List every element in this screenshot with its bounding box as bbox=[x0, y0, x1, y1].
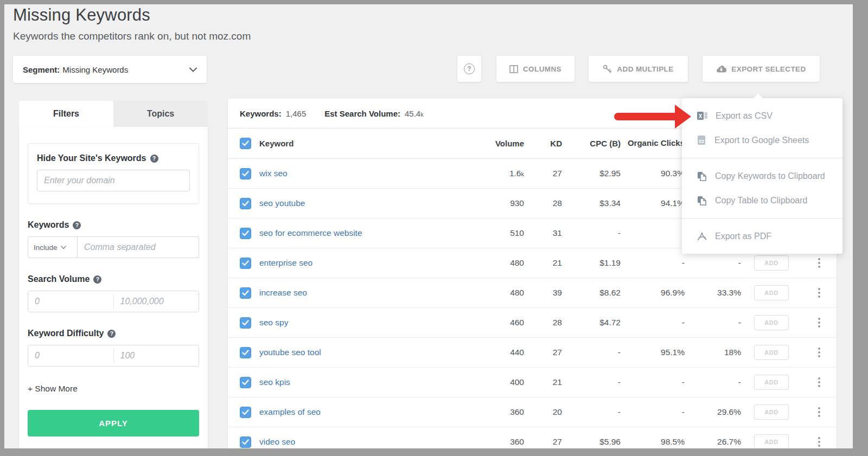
keyword-link[interactable]: wix seo bbox=[259, 169, 288, 178]
organic-clicks-cell: 98.5% bbox=[621, 436, 685, 448]
organic-clicks-cell: 90.3% bbox=[621, 168, 685, 179]
menu-item-export-pdf[interactable]: Export as PDF bbox=[682, 224, 843, 248]
table-row: seo kpis 400 21 - - - ADD bbox=[228, 368, 837, 397]
kebab-menu-icon[interactable] bbox=[816, 256, 822, 270]
keyword-link[interactable]: seo for ecommerce website bbox=[259, 228, 362, 237]
tab-filters[interactable]: Filters bbox=[19, 101, 113, 127]
row-checkbox[interactable] bbox=[240, 287, 251, 299]
keywords-count-label: Keywords: bbox=[240, 109, 282, 118]
kebab-menu-icon[interactable] bbox=[816, 286, 822, 300]
help-icon[interactable]: ? bbox=[93, 275, 101, 284]
keyword-link[interactable]: increase seo bbox=[259, 288, 307, 297]
keyword-link[interactable]: youtube seo tool bbox=[259, 348, 321, 357]
organic-clicks-cell: 96.9% bbox=[621, 287, 685, 299]
kd-min-input[interactable] bbox=[28, 345, 113, 366]
columns-button-label: COLUMNS bbox=[523, 65, 561, 73]
columns-button[interactable]: COLUMNS bbox=[496, 56, 575, 82]
hide-site-card: Hide Your Site's Keywords ? bbox=[28, 143, 199, 204]
help-icon[interactable]: ? bbox=[107, 330, 116, 338]
copy-icon bbox=[697, 196, 707, 205]
keyword-link[interactable]: seo spy bbox=[259, 318, 288, 327]
add-button[interactable]: ADD bbox=[754, 255, 789, 271]
keyword-link[interactable]: examples of seo bbox=[259, 407, 321, 416]
kebab-menu-icon[interactable] bbox=[816, 405, 822, 419]
volume-cell: 360 bbox=[475, 437, 524, 447]
segment-select[interactable]: Segment: Missing Keywords bbox=[13, 56, 207, 83]
add-button[interactable]: ADD bbox=[754, 285, 789, 300]
row-checkbox[interactable] bbox=[240, 317, 251, 329]
cpc-cell: $2.95 bbox=[562, 169, 621, 178]
row-checkbox[interactable] bbox=[240, 168, 251, 179]
organic-clicks-cell: - bbox=[621, 258, 685, 269]
domain-input[interactable] bbox=[37, 170, 190, 191]
select-all-checkbox[interactable] bbox=[240, 138, 251, 149]
tab-topics[interactable]: Topics bbox=[113, 101, 208, 127]
apply-button[interactable]: APPLY bbox=[28, 410, 199, 436]
search-volume-label: Search Volume ? bbox=[28, 274, 199, 284]
keyword-difficulty-label: Keyword Difficulty ? bbox=[28, 329, 199, 338]
search-volume-min-input[interactable] bbox=[28, 291, 113, 312]
export-menu: X Export as CSV Export to Google Sheets … bbox=[682, 98, 843, 254]
keywords-filter-label: Keywords ? bbox=[28, 220, 199, 230]
row-checkbox[interactable] bbox=[240, 347, 251, 358]
add-button[interactable]: ADD bbox=[754, 345, 789, 360]
cpc-cell: - bbox=[562, 228, 621, 238]
kd-cell: 31 bbox=[524, 228, 562, 238]
keyword-link[interactable]: video seo bbox=[259, 437, 295, 446]
export-selected-button-label: EXPORT SELECTED bbox=[731, 65, 806, 73]
kd-cell: 21 bbox=[524, 258, 562, 268]
keywords-input[interactable] bbox=[78, 236, 199, 258]
kebab-menu-icon[interactable] bbox=[816, 375, 822, 389]
add-button[interactable]: ADD bbox=[754, 375, 789, 390]
add-button[interactable]: ADD bbox=[754, 434, 789, 448]
segment-label: Segment: bbox=[23, 65, 60, 74]
export-selected-button[interactable]: EXPORT SELECTED bbox=[703, 56, 820, 82]
organic-clicks-cell: - bbox=[621, 317, 685, 329]
help-icon[interactable]: ? bbox=[150, 155, 158, 163]
app-screen: Missing Keywords Keywords the competitor… bbox=[4, 4, 853, 448]
svg-text:X: X bbox=[699, 113, 703, 119]
include-select[interactable]: Include bbox=[28, 236, 78, 258]
add-button[interactable]: ADD bbox=[754, 404, 789, 420]
row-checkbox[interactable] bbox=[240, 258, 251, 269]
kebab-menu-icon[interactable] bbox=[816, 435, 822, 448]
row-checkbox[interactable] bbox=[240, 407, 251, 418]
row-checkbox[interactable] bbox=[240, 436, 251, 448]
search-volume-max-input[interactable] bbox=[114, 291, 199, 312]
col-header-cpc[interactable]: CPC (B) bbox=[562, 139, 621, 148]
col-header-keyword[interactable]: Keyword bbox=[258, 139, 475, 148]
col-header-volume[interactable]: Volume bbox=[475, 139, 524, 148]
columns-icon bbox=[509, 65, 518, 73]
menu-item-export-google-sheets[interactable]: Export to Google Sheets bbox=[682, 128, 843, 152]
menu-item-export-csv[interactable]: X Export as CSV bbox=[682, 104, 843, 128]
kd-max-input[interactable] bbox=[114, 345, 199, 366]
kebab-menu-icon[interactable] bbox=[816, 345, 822, 359]
menu-item-copy-table[interactable]: Copy Table to Clipboard bbox=[682, 188, 843, 213]
kd-cell: 28 bbox=[524, 318, 562, 327]
keyword-link[interactable]: enterprise seo bbox=[259, 258, 312, 267]
keyword-link[interactable]: seo kpis bbox=[259, 377, 290, 387]
volume-cell: 510 bbox=[475, 228, 524, 238]
row-checkbox[interactable] bbox=[240, 228, 251, 239]
kebab-menu-icon[interactable] bbox=[816, 316, 822, 330]
col-header-kd[interactable]: KD bbox=[524, 139, 562, 148]
help-icon[interactable]: ? bbox=[73, 221, 81, 229]
menu-item-copy-keywords[interactable]: Copy Keywords to Clipboard bbox=[682, 164, 843, 188]
cpc-cell: $8.62 bbox=[562, 288, 621, 298]
cpc-cell: - bbox=[562, 407, 621, 417]
kd-cell: 27 bbox=[524, 437, 562, 447]
extra-cell: 33.3% bbox=[685, 288, 741, 298]
show-more-link[interactable]: + Show More bbox=[28, 384, 199, 394]
organic-clicks-cell: 94.1% bbox=[621, 198, 685, 209]
add-multiple-button[interactable]: ADD MULTIPLE bbox=[589, 56, 688, 82]
kd-cell: 27 bbox=[524, 169, 562, 178]
help-button[interactable]: ? bbox=[457, 56, 481, 82]
col-header-organic-clicks[interactable]: Organic Clicks bbox=[621, 138, 685, 149]
volume-cell: 440 bbox=[475, 348, 524, 357]
row-checkbox[interactable] bbox=[240, 198, 251, 209]
keyword-link[interactable]: seo youtube bbox=[259, 198, 305, 208]
add-button[interactable]: ADD bbox=[754, 315, 789, 330]
row-checkbox[interactable] bbox=[240, 377, 251, 388]
cpc-cell: - bbox=[562, 377, 621, 387]
copy-icon bbox=[697, 171, 707, 181]
